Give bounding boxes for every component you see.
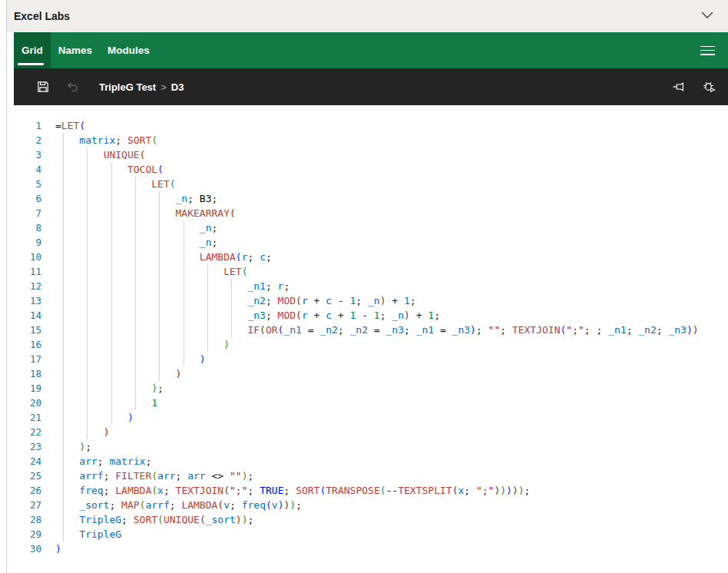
code-line[interactable]: 9 _n; xyxy=(7,235,728,250)
indent-guide xyxy=(184,279,184,293)
code-line[interactable]: 26 freq; LAMBDA(x; TEXTJOIN(";"; TRUE; S… xyxy=(7,483,728,498)
code-line[interactable]: 12 _n1; r; xyxy=(7,279,728,293)
line-number: 2 xyxy=(7,133,41,147)
indent-guide xyxy=(63,235,64,250)
code-line[interactable]: 22 ) xyxy=(7,425,728,439)
code-line[interactable]: 15 IF(OR(_n1 = _n2; _n2 = _n3; _n1 = _n3… xyxy=(7,323,728,337)
indent-guide xyxy=(63,366,64,381)
line-number: 20 xyxy=(7,396,41,410)
indent-guide xyxy=(184,264,184,279)
code-line[interactable]: 2 matrix; SORT( xyxy=(7,133,728,147)
indent-guide xyxy=(207,308,208,323)
line-number: 30 xyxy=(7,542,41,556)
code-line[interactable]: 1=LET( xyxy=(7,118,728,133)
line-number: 10 xyxy=(7,250,41,264)
code-line[interactable]: 29 TripleG xyxy=(7,527,728,542)
code-text: _n; B3; xyxy=(55,191,217,206)
line-number: 19 xyxy=(7,381,41,396)
line-number: 15 xyxy=(7,323,41,337)
line-number: 29 xyxy=(7,527,41,542)
code-line[interactable]: 21 ) xyxy=(7,410,728,425)
code-text: ); xyxy=(55,439,91,454)
code-line[interactable]: 19 ); xyxy=(7,381,728,396)
indent-guide xyxy=(135,352,136,366)
indent-guide xyxy=(111,323,112,337)
code-line[interactable]: 25 arrf; FILTER(arr; arr <> ""); xyxy=(7,469,728,483)
indent-guide xyxy=(231,293,232,308)
code-line[interactable]: 14 _n3; MOD(r + c + 1 - 1; _n) + 1; xyxy=(7,308,728,323)
code-line[interactable]: 24 arr; matrix; xyxy=(7,454,728,469)
indent-guide xyxy=(63,308,64,323)
code-text: arr; matrix; xyxy=(55,454,151,469)
breadcrumb-separator: > xyxy=(156,81,171,93)
line-number: 16 xyxy=(7,337,41,352)
nav-tabs: Grid Names Modules xyxy=(14,32,728,68)
line-number: 9 xyxy=(7,235,41,250)
code-line[interactable]: 6 _n; B3; xyxy=(7,191,728,206)
tab-grid-label: Grid xyxy=(22,45,43,56)
code-line[interactable]: 23 ); xyxy=(7,439,728,454)
pin-icon xyxy=(672,81,685,93)
tab-names[interactable]: Names xyxy=(51,32,100,68)
indent-guide xyxy=(87,337,88,352)
code-line[interactable]: 10 LAMBDA(r; c; xyxy=(7,250,728,264)
collapse-pane-button[interactable] xyxy=(700,10,714,21)
code-line[interactable]: 18 ) xyxy=(7,366,728,381)
indent-guide xyxy=(184,352,184,366)
hamburger-menu-icon[interactable] xyxy=(700,46,715,55)
code-line[interactable]: 30) xyxy=(7,542,728,556)
indent-guide xyxy=(87,381,88,396)
pane-header: Excel Labs xyxy=(7,0,728,32)
indent-guide xyxy=(184,220,184,235)
save-button[interactable] xyxy=(37,81,49,93)
indent-guide xyxy=(111,352,112,366)
code-text: TOCOL( xyxy=(55,162,164,177)
code-line[interactable]: 28 TripleG; SORT(UNIQUE(_sort)); xyxy=(7,512,728,527)
code-line[interactable]: 7 MAKEARRAY( xyxy=(7,206,728,220)
code-line[interactable]: 13 _n2; MOD(r + c - 1; _n) + 1; xyxy=(7,293,728,308)
indent-guide xyxy=(159,293,160,308)
indent-guide xyxy=(111,381,112,396)
code-line[interactable]: 17 ) xyxy=(7,352,728,366)
indent-guide xyxy=(63,483,64,498)
code-text: _n1; r; xyxy=(55,279,290,293)
code-text: ) xyxy=(55,410,134,425)
code-text: ) xyxy=(55,425,109,439)
tab-grid[interactable]: Grid xyxy=(14,32,51,68)
indent-guide xyxy=(63,512,64,527)
formula-toolbar: TripleG Test>D3 xyxy=(14,68,728,105)
indent-guide xyxy=(87,264,88,279)
tab-modules[interactable]: Modules xyxy=(100,32,157,68)
code-line[interactable]: 4 TOCOL( xyxy=(7,162,728,177)
indent-guide xyxy=(63,220,64,235)
indent-guide xyxy=(63,352,64,366)
indent-guide xyxy=(111,366,112,381)
step-through-debug-button[interactable] xyxy=(703,81,715,93)
undo-button[interactable] xyxy=(66,81,78,93)
line-number: 26 xyxy=(7,483,41,498)
code-line[interactable]: 27 _sort; MAP(arrf; LAMBDA(v; freq(v))); xyxy=(7,498,728,512)
indent-guide xyxy=(207,264,208,279)
indent-guide xyxy=(111,250,112,264)
code-line[interactable]: 11 LET( xyxy=(7,264,728,279)
indent-guide xyxy=(135,293,136,308)
code-line[interactable]: 16 ) xyxy=(7,337,728,352)
indent-guide xyxy=(63,147,64,162)
line-number: 6 xyxy=(7,191,41,206)
indent-guide xyxy=(135,323,136,337)
indent-guide xyxy=(87,220,88,235)
code-text: ) xyxy=(55,352,206,366)
code-line[interactable]: 20 1 xyxy=(7,396,728,410)
indent-guide xyxy=(63,177,64,191)
formula-editor[interactable]: 1=LET(2 matrix; SORT(3 UNIQUE(4 TOCOL(5 … xyxy=(7,105,728,573)
indent-guide xyxy=(111,177,112,191)
indent-guide xyxy=(159,206,160,220)
line-number: 22 xyxy=(7,425,41,439)
code-line[interactable]: 8 _n; xyxy=(7,220,728,235)
pin-editor-button[interactable] xyxy=(672,81,684,93)
indent-guide xyxy=(184,337,184,352)
code-line[interactable]: 5 LET( xyxy=(7,177,728,191)
code-line[interactable]: 3 UNIQUE( xyxy=(7,147,728,162)
indent-guide xyxy=(63,206,64,220)
undo-icon xyxy=(66,81,78,93)
